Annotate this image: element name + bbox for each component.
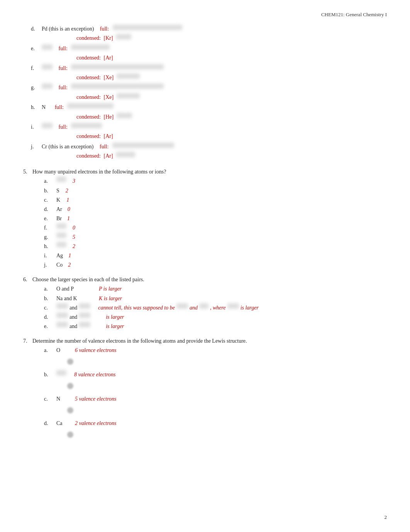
list-item: h. 2 xyxy=(44,242,387,251)
full-answer-e xyxy=(71,44,110,50)
list-item: e. full: condensed: [Ar] xyxy=(31,44,387,63)
item-label-g: g. xyxy=(31,83,42,92)
condensed-answer-j xyxy=(116,152,135,157)
q6c-and: and xyxy=(69,303,77,312)
lewis-dot-c xyxy=(67,407,73,413)
lewis-dot-d xyxy=(67,432,73,438)
item-content-g: full: condensed: [Xe] xyxy=(42,83,387,102)
list-item: c. K 1 xyxy=(44,195,387,204)
q6-number: 6. xyxy=(23,277,32,283)
condensed-answer-d xyxy=(116,34,131,39)
condensed-label-i: condensed: xyxy=(76,133,101,139)
q5h-label: h. xyxy=(44,242,56,251)
section-4-continuation: d. Pd (this is an exception) full: conde… xyxy=(23,25,387,160)
element-i xyxy=(42,123,53,128)
condensed-bracket-e: [Ar] xyxy=(103,55,113,61)
condensed-label-f: condensed: xyxy=(76,75,101,80)
list-item: i. full: condensed: [Ar] xyxy=(31,123,387,141)
q5g-answer: 5 xyxy=(73,233,75,241)
item-content-d: Pd (this is an exception) full: condense… xyxy=(42,25,387,43)
q7c-answer: 5 valence electrons xyxy=(75,394,117,403)
element-h: N xyxy=(42,104,46,110)
q6c-where: , where xyxy=(210,303,226,312)
section-7: 7. Determine the number of valence elect… xyxy=(23,338,387,443)
q6c-larger: is larger xyxy=(241,303,259,312)
item-label-i: i. xyxy=(31,123,42,131)
q7d-label: d. xyxy=(44,419,56,428)
full-answer-j xyxy=(112,143,174,148)
q6a-answer: P is larger xyxy=(99,284,122,293)
full-label-g: full: xyxy=(59,85,68,90)
full-answer-h xyxy=(67,103,114,109)
list-item: g. full: condensed: [Xe] xyxy=(31,83,387,102)
list-item: f. 0 xyxy=(44,223,387,232)
q7b-lewis xyxy=(67,383,387,389)
item-label-e: e. xyxy=(31,44,42,53)
q7-text: Determine the number of valence electron… xyxy=(32,338,387,443)
q6c-blurred2 xyxy=(199,303,208,309)
q6e-label: e. xyxy=(44,322,56,331)
list-item: b. S 2 xyxy=(44,186,387,195)
list-item: f. full: condensed: [Xe] xyxy=(31,64,387,82)
condensed-bracket-i: [Ar] xyxy=(103,133,113,139)
q7d-answer: 2 valence electrons xyxy=(75,419,117,428)
q7a-element: O xyxy=(56,346,67,355)
q7d-row: d. Ca 2 valence electrons xyxy=(44,419,387,428)
q6e-and: and xyxy=(69,322,77,331)
element-f xyxy=(42,64,53,70)
q5h-answer: 2 xyxy=(73,242,75,251)
condensed-label-g: condensed: xyxy=(76,94,101,100)
q6d-el1 xyxy=(56,313,68,318)
element-e xyxy=(42,44,53,50)
list-item: b. Na and K K is larger xyxy=(44,294,387,303)
q6d-and: and xyxy=(69,313,77,321)
q6-question: Choose the larger species in each of the… xyxy=(32,277,144,282)
q5-number: 5. xyxy=(23,169,32,175)
q5a-label: a. xyxy=(44,177,56,185)
q7a-label: a. xyxy=(44,346,56,355)
list-item: a. O and P P is larger xyxy=(44,284,387,293)
q5j-label: j. xyxy=(44,260,56,269)
q6-text: Choose the larger species in each of the… xyxy=(32,277,387,331)
q5j-element: Co xyxy=(56,260,63,269)
list-item: e. Br 1 xyxy=(44,214,387,223)
full-label-d: full: xyxy=(100,26,109,32)
q7a-answer: 6 valence electrons xyxy=(75,346,117,355)
condensed-answer-f xyxy=(117,73,140,79)
q5g-element xyxy=(56,233,66,238)
condensed-bracket-d: [Kr] xyxy=(103,35,113,41)
q6c-blurred3 xyxy=(227,303,239,309)
q5b-label: b. xyxy=(44,186,56,195)
full-label-j: full: xyxy=(100,144,108,150)
condensed-bracket-j: [Ar] xyxy=(103,153,113,159)
q6e-el1 xyxy=(56,322,68,327)
question-6: 6. Choose the larger species in each of … xyxy=(23,277,387,331)
item-label-h: h. xyxy=(31,103,42,112)
section-5: 5. How many unpaired electrons in the fo… xyxy=(23,169,387,270)
section-6: 6. Choose the larger species in each of … xyxy=(23,277,387,331)
page-header: CHEM121: General Chemistry I xyxy=(23,12,387,18)
q5d-answer: 0 xyxy=(68,205,70,214)
q7b-label: b. xyxy=(44,370,56,379)
q5-text: How many unpaired electrons in the follo… xyxy=(32,169,387,270)
q6c-label: c. xyxy=(44,303,56,312)
q5i-label: i. xyxy=(44,251,56,260)
q5e-label: e. xyxy=(44,214,56,223)
element-j: Cr (this is an exception) xyxy=(42,144,94,150)
list-item: d. and is larger xyxy=(44,313,387,321)
q5i-element: Ag xyxy=(56,251,63,260)
q5c-element: K xyxy=(56,195,60,204)
lewis-dot-a xyxy=(67,359,73,365)
list-item: e. and is larger xyxy=(44,322,387,331)
q6c-el2 xyxy=(79,303,90,309)
q5b-answer: 2 xyxy=(66,186,68,195)
list-item: a. 3 xyxy=(44,177,387,185)
question-7: 7. Determine the number of valence elect… xyxy=(23,338,387,443)
list-item: c. N 5 valence electrons xyxy=(44,394,387,413)
q5d-label: d. xyxy=(44,205,56,214)
q5c-label: c. xyxy=(44,195,56,204)
q6c-answer: cannot tell, this was supposed to be xyxy=(98,303,175,312)
q7d-element: Ca xyxy=(56,419,67,428)
list-item: b. 8 valence electrons xyxy=(44,370,387,389)
q5a-answer: 3 xyxy=(73,177,75,185)
